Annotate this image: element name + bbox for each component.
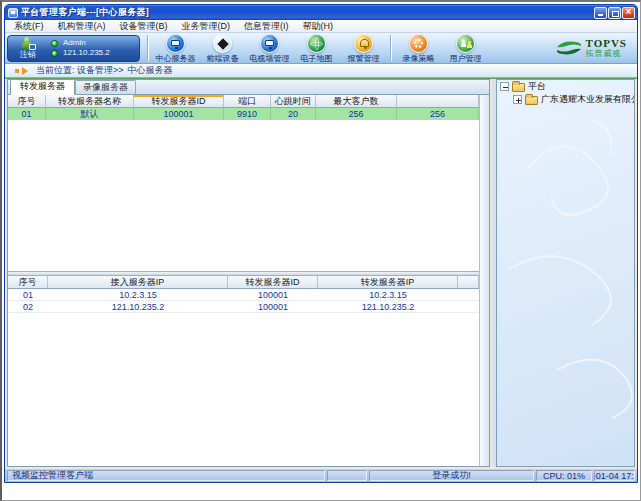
- toolbar-button-tv-wall[interactable]: 电视墙管理: [246, 33, 293, 63]
- tab-forward-server[interactable]: 转发服务器: [10, 79, 75, 95]
- cell: 9910: [224, 108, 271, 120]
- column-header[interactable]: 心跳时间: [271, 95, 316, 108]
- menu-bar: 系统(F) 机构管理(A) 设备管理(B) 业务管理(D) 信息管理(I) 帮助…: [5, 20, 637, 33]
- cell: 02: [8, 301, 48, 312]
- cell: 121.10.235.2: [318, 301, 458, 312]
- breadcrumb: 当前位置: 设备管理>>: [36, 64, 124, 77]
- logout-label: 注销: [20, 50, 36, 59]
- tree-node-label[interactable]: 平台: [528, 80, 546, 93]
- forward-server-table: 序号 转发服务器名称 转发服务器ID 端口 心跳时间 最大客户数 01 默认 1…: [8, 95, 479, 271]
- login-status-panel: 注销 Admin 121.10.235.2: [7, 35, 140, 62]
- content-panel: 转发服务器 录像服务器 序号 转发服务器名称 转发服务器ID 端口 心跳时间 最…: [7, 79, 490, 467]
- connection-info: Admin 121.10.235.2: [63, 39, 110, 57]
- title-bar: 平台管理客户端---[中心服务器]: [5, 5, 637, 20]
- cell: 01: [8, 108, 46, 120]
- status-message: 登录成功!: [369, 470, 534, 481]
- tree-collapse-icon[interactable]: [500, 82, 509, 91]
- toolbar-button-alarm[interactable]: 报警管理: [340, 33, 387, 63]
- column-header[interactable]: 端口: [224, 95, 271, 108]
- toolbar-button-front-device[interactable]: 前端设备: [199, 33, 246, 63]
- tab-record-server[interactable]: 录像服务器: [75, 80, 136, 94]
- toolbar-button-center-server[interactable]: 中心服务器: [152, 33, 199, 63]
- cell: 100001: [228, 301, 318, 312]
- column-header[interactable]: 转发服务器名称: [46, 95, 134, 108]
- column-header[interactable]: [397, 95, 479, 108]
- tab-strip: 转发服务器 录像服务器: [8, 80, 489, 95]
- column-header[interactable]: 最大客户数: [316, 95, 397, 108]
- tree-node-label[interactable]: 广东遇耀木业发展有限公司: [541, 93, 635, 106]
- table-row[interactable]: 01 10.2.3.15 100001 10.2.3.15: [8, 289, 479, 301]
- status-bar: 视频监控管理客户端 登录成功! CPU: 01% 2010-01-04 17:2…: [5, 469, 637, 482]
- logged-in-user: Admin: [63, 39, 110, 47]
- server-status-led-icon: [51, 50, 58, 57]
- status-leds: [51, 40, 58, 57]
- toolbar: 注销 Admin 121.10.235.2 中心服务器 前端设备: [5, 33, 637, 64]
- alarm-icon: [354, 34, 373, 53]
- cell: 10.2.3.15: [48, 289, 228, 300]
- logout-button[interactable]: 注销: [11, 37, 45, 59]
- cell: [458, 289, 479, 300]
- server-ip: 121.10.235.2: [63, 49, 110, 57]
- column-header[interactable]: 转发服务器ID: [134, 95, 224, 108]
- forward-table-header: 序号 转发服务器名称 转发服务器ID 端口 心跳时间 最大客户数: [8, 95, 479, 108]
- toolbar-button-label: 用户管理: [450, 54, 482, 63]
- user-status-led-icon: [51, 40, 58, 47]
- user-management-icon: [456, 34, 475, 53]
- column-header[interactable]: 接入服务器IP: [48, 276, 228, 289]
- menu-item-system[interactable]: 系统(F): [7, 20, 51, 32]
- toolbar-button-e-map[interactable]: 电子地图: [293, 33, 340, 63]
- status-cpu: CPU: 01%: [536, 470, 592, 481]
- toolbar-button-label: 电子地图: [301, 54, 333, 63]
- menu-item-organization[interactable]: 机构管理(A): [51, 20, 113, 32]
- status-datetime: 2010-01-04 17:25:00: [594, 470, 635, 481]
- toolbar-button-user-management[interactable]: 用户管理: [442, 33, 489, 63]
- menu-item-business[interactable]: 业务管理(D): [175, 20, 238, 32]
- folder-icon: [512, 83, 525, 92]
- cell: 121.10.235.2: [48, 301, 228, 312]
- minimize-button[interactable]: [594, 7, 607, 19]
- toolbar-button-record-policy[interactable]: 录像策略: [395, 33, 442, 63]
- column-header[interactable]: 序号: [8, 276, 48, 289]
- toolbar-button-label: 电视墙管理: [250, 54, 290, 63]
- app-icon: [8, 8, 18, 18]
- folder-icon: [525, 96, 538, 105]
- menu-item-help[interactable]: 帮助(H): [296, 20, 341, 32]
- vertical-scrollbar[interactable]: [479, 95, 489, 466]
- toolbar-button-label: 中心服务器: [156, 54, 196, 63]
- front-device-icon: [213, 34, 232, 53]
- column-header[interactable]: 转发服务器IP: [318, 276, 458, 289]
- toolbar-button-label: 录像策略: [403, 54, 435, 63]
- app-window: 平台管理客户端---[中心服务器] 系统(F) 机构管理(A) 设备管理(B) …: [4, 4, 638, 483]
- toolbar-button-label: 报警管理: [348, 54, 380, 63]
- status-spacer: [327, 470, 367, 481]
- desktop: 平台管理客户端---[中心服务器] 系统(F) 机构管理(A) 设备管理(B) …: [0, 0, 641, 501]
- main-area: 转发服务器 录像服务器 序号 转发服务器名称 转发服务器ID 端口 心跳时间 最…: [5, 79, 637, 469]
- cell: 256: [397, 108, 479, 120]
- center-server-icon: [166, 34, 185, 53]
- restore-button[interactable]: [608, 7, 621, 19]
- tree-node-company: 广东遇耀木业发展有限公司: [497, 93, 634, 106]
- column-header[interactable]: 序号: [8, 95, 46, 108]
- column-header[interactable]: [458, 276, 479, 289]
- org-tree-panel: 平台 广东遇耀木业发展有限公司: [496, 79, 635, 467]
- tree-expand-icon[interactable]: [513, 95, 522, 104]
- window-controls: [594, 7, 635, 19]
- toolbar-separator: [147, 35, 149, 61]
- cell: 默认: [46, 108, 134, 120]
- breadcrumb-current: 中心服务器: [128, 64, 173, 77]
- menu-item-device[interactable]: 设备管理(B): [113, 20, 175, 32]
- location-bar: 当前位置: 设备管理>> 中心服务器: [5, 64, 637, 77]
- close-button[interactable]: [622, 7, 635, 19]
- cell: 256: [316, 108, 397, 120]
- table-row[interactable]: 02 121.10.235.2 100001 121.10.235.2: [8, 301, 479, 313]
- table-row[interactable]: 01 默认 100001 9910 20 256 256: [8, 108, 479, 120]
- cell: 100001: [228, 289, 318, 300]
- menu-item-information[interactable]: 信息管理(I): [237, 20, 296, 32]
- brand-logo: TOPVS 拓普威视: [556, 38, 635, 58]
- logout-user-icon: [20, 37, 36, 50]
- cell: 01: [8, 289, 48, 300]
- cell: [458, 301, 479, 312]
- tv-wall-icon: [260, 34, 279, 53]
- column-header[interactable]: 转发服务器ID: [228, 276, 318, 289]
- record-policy-icon: [409, 34, 428, 53]
